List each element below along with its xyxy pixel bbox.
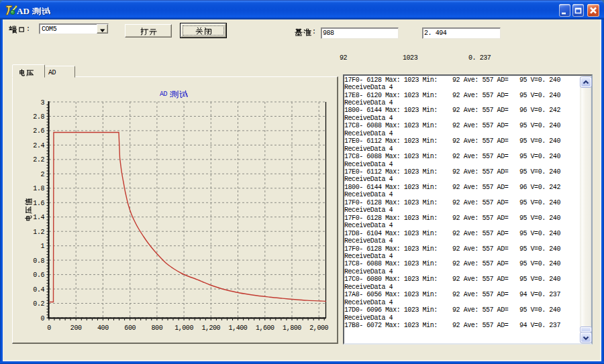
svg-text:1,600: 1,600 [256, 324, 274, 332]
svg-text:1.6: 1.6 [33, 200, 44, 207]
svg-text:200: 200 [70, 324, 82, 332]
svg-text:1,000: 1,000 [174, 324, 193, 332]
svg-text:0.4: 0.4 [33, 286, 44, 294]
svg-text:2.4: 2.4 [33, 142, 44, 149]
svg-text:0.8: 0.8 [33, 257, 44, 265]
svg-text:2.8: 2.8 [33, 113, 44, 121]
svg-text:600: 600 [124, 324, 136, 332]
svg-text:0.6: 0.6 [33, 271, 44, 279]
svg-text:2.2: 2.2 [33, 156, 44, 164]
svg-text:2.6: 2.6 [33, 127, 44, 135]
svg-text:1.8: 1.8 [33, 185, 44, 192]
svg-text:1: 1 [40, 243, 44, 250]
svg-text:0: 0 [47, 324, 51, 332]
svg-text:0.2: 0.2 [33, 300, 44, 308]
svg-text:1.2: 1.2 [33, 229, 44, 236]
svg-text:1,400: 1,400 [229, 324, 248, 332]
svg-text:1,200: 1,200 [201, 324, 220, 332]
svg-text:2: 2 [40, 171, 44, 178]
svg-text:800: 800 [152, 324, 163, 332]
svg-text:400: 400 [97, 324, 109, 332]
svg-text:0: 0 [40, 315, 44, 322]
svg-text:3: 3 [40, 99, 44, 107]
svg-text:1.4: 1.4 [33, 214, 44, 221]
svg-text:2,000: 2,000 [309, 324, 328, 332]
svg-text:1,800: 1,800 [283, 324, 301, 332]
